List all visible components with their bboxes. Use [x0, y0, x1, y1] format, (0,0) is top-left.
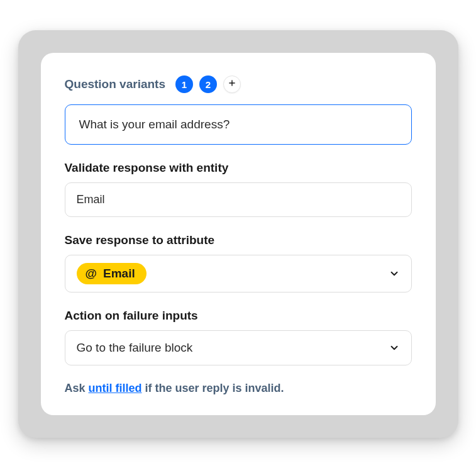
variant-badge-2[interactable]: 2 — [199, 75, 217, 93]
retry-condition-text: Ask until filled if the user reply is in… — [65, 382, 412, 395]
chevron-down-icon — [389, 342, 400, 354]
variants-label: Question variants — [65, 77, 166, 91]
attribute-pill: @ Email — [77, 263, 147, 284]
variants-header: Question variants 1 2 — [65, 75, 412, 93]
config-panel-frame: Question variants 1 2 Validate response … — [18, 30, 458, 438]
until-filled-link[interactable]: until filled — [89, 382, 142, 394]
footer-part2: if the user reply is invalid. — [145, 382, 284, 394]
plus-icon — [228, 79, 236, 90]
failure-action-label: Action on failure inputs — [65, 309, 412, 323]
validate-entity-input[interactable] — [65, 182, 412, 217]
save-attribute-label: Save response to attribute — [65, 233, 412, 247]
failure-action-select[interactable]: Go to the failure block — [65, 330, 412, 365]
config-card: Question variants 1 2 Validate response … — [41, 53, 436, 415]
save-attribute-select[interactable]: @ Email — [65, 255, 412, 292]
footer-part1: Ask — [65, 382, 89, 394]
variant-badge-1[interactable]: 1 — [175, 75, 193, 93]
add-variant-button[interactable] — [223, 75, 241, 93]
chevron-down-icon — [389, 268, 400, 279]
attribute-pill-text: Email — [103, 267, 135, 281]
at-icon: @ — [86, 267, 97, 281]
question-input[interactable] — [65, 104, 412, 145]
validate-label: Validate response with entity — [65, 161, 412, 175]
failure-action-value: Go to the failure block — [77, 341, 193, 355]
